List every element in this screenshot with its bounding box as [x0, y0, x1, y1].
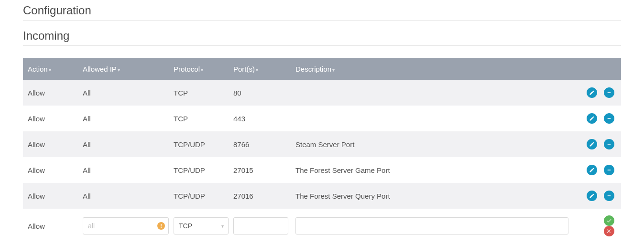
- sort-icon: ▾: [332, 67, 335, 73]
- firewall-incoming-table: Action▾ Allowed IP▾ Protocol▾ Port(s)▾ D…: [23, 58, 621, 240]
- svg-rect-2: [608, 144, 611, 145]
- col-header-label: Port(s): [233, 65, 255, 73]
- cell-protocol: TCP/UDP: [169, 157, 229, 183]
- cell-ports: 8766: [229, 131, 291, 157]
- new-rule-action: Allow: [23, 209, 78, 240]
- pencil-icon: [589, 193, 595, 199]
- sort-icon: ▾: [201, 67, 203, 73]
- minus-icon: [606, 116, 612, 121]
- cell-action: Allow: [23, 131, 78, 157]
- minus-icon: [606, 90, 612, 96]
- col-header-label: Protocol: [174, 65, 200, 73]
- pencil-icon: [589, 167, 595, 173]
- cell-ports: 443: [229, 106, 291, 131]
- table-row: AllowAllTCP/UDP8766Steam Server Port: [23, 131, 621, 157]
- minus-icon: [606, 167, 612, 173]
- minus-icon: [606, 193, 612, 199]
- edit-button[interactable]: [587, 191, 597, 201]
- cell-description: [291, 80, 573, 106]
- cell-ip: All: [78, 80, 169, 106]
- minus-icon: [606, 141, 612, 147]
- table-row: AllowAllTCP443: [23, 106, 621, 131]
- warning-icon: !: [157, 222, 165, 230]
- incoming-heading: Incoming: [23, 29, 621, 43]
- svg-rect-0: [608, 92, 611, 93]
- divider: [23, 45, 621, 46]
- sort-icon: ▾: [49, 67, 51, 73]
- cell-action: Allow: [23, 183, 78, 209]
- sort-icon: ▾: [118, 67, 120, 73]
- table-row: AllowAllTCP/UDP27015The Forest Server Ga…: [23, 157, 621, 183]
- pencil-icon: [589, 141, 595, 147]
- cell-action: Allow: [23, 80, 78, 106]
- edit-button[interactable]: [587, 113, 597, 124]
- remove-button[interactable]: [604, 191, 614, 201]
- cell-ports: 27016: [229, 183, 291, 209]
- cell-ip: All: [78, 183, 169, 209]
- col-header-ports[interactable]: Port(s)▾: [229, 58, 291, 80]
- col-header-action[interactable]: Action▾: [23, 58, 78, 80]
- cell-protocol: TCP/UDP: [169, 131, 229, 157]
- col-header-description[interactable]: Description▾: [291, 58, 573, 80]
- close-icon: [606, 228, 612, 234]
- svg-rect-4: [608, 195, 611, 196]
- table-row: AllowAllTCP/UDP27016The Forest Server Qu…: [23, 183, 621, 209]
- col-header-label: Allowed IP: [83, 65, 117, 73]
- pencil-icon: [589, 90, 595, 96]
- confirm-button[interactable]: [604, 215, 614, 226]
- cell-protocol: TCP: [169, 80, 229, 106]
- svg-rect-3: [608, 170, 611, 170]
- col-header-protocol[interactable]: Protocol▾: [169, 58, 229, 80]
- remove-button[interactable]: [604, 113, 614, 124]
- configuration-heading: Configuration: [23, 4, 621, 17]
- col-header-label: Action: [28, 65, 48, 73]
- col-header-label: Description: [295, 65, 331, 73]
- cancel-button[interactable]: [604, 226, 614, 236]
- edit-button[interactable]: [587, 87, 597, 98]
- cell-ports: 80: [229, 80, 291, 106]
- new-rule-ip-input[interactable]: [83, 217, 169, 234]
- col-header-operations: [573, 58, 621, 80]
- cell-description: The Forest Server Game Port: [291, 157, 573, 183]
- pencil-icon: [589, 116, 595, 121]
- remove-button[interactable]: [604, 165, 614, 175]
- remove-button[interactable]: [604, 139, 614, 149]
- check-icon: [606, 218, 612, 224]
- new-rule-protocol-select[interactable]: TCP: [174, 217, 229, 234]
- cell-ip: All: [78, 106, 169, 131]
- cell-ip: All: [78, 157, 169, 183]
- edit-button[interactable]: [587, 139, 597, 149]
- remove-button[interactable]: [604, 87, 614, 98]
- cell-description: Steam Server Port: [291, 131, 573, 157]
- cell-protocol: TCP: [169, 106, 229, 131]
- col-header-allowed-ip[interactable]: Allowed IP▾: [78, 58, 169, 80]
- edit-button[interactable]: [587, 165, 597, 175]
- cell-ip: All: [78, 131, 169, 157]
- cell-action: Allow: [23, 106, 78, 131]
- cell-action: Allow: [23, 157, 78, 183]
- new-rule-ports-input[interactable]: [233, 217, 288, 234]
- cell-description: [291, 106, 573, 131]
- cell-protocol: TCP/UDP: [169, 183, 229, 209]
- new-rule-row: Allow ! TCP ▾: [23, 209, 621, 240]
- cell-ports: 27015: [229, 157, 291, 183]
- cell-description: The Forest Server Query Port: [291, 183, 573, 209]
- divider: [23, 20, 621, 21]
- table-row: AllowAllTCP80: [23, 80, 621, 106]
- new-rule-description-input[interactable]: [295, 217, 568, 234]
- svg-rect-1: [608, 118, 611, 119]
- sort-icon: ▾: [256, 67, 258, 73]
